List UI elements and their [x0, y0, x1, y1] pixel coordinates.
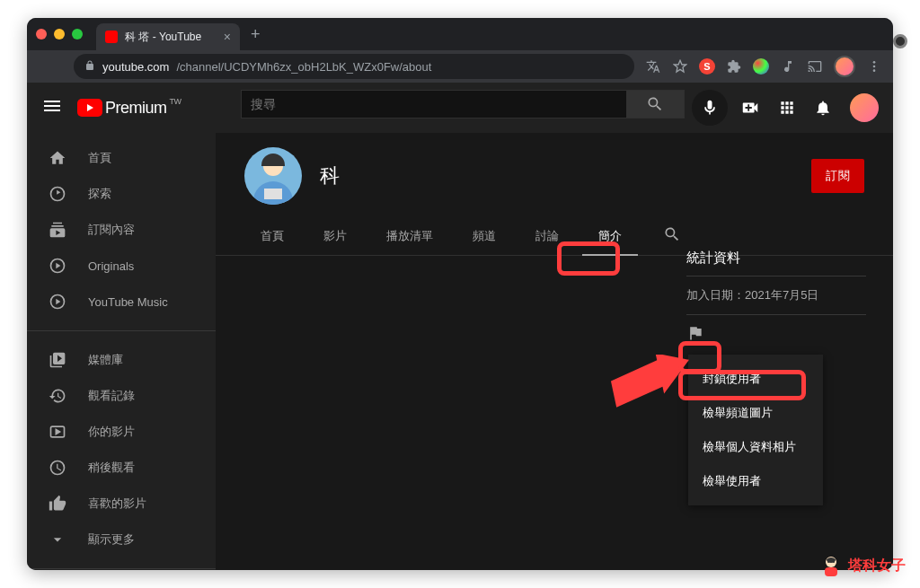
window-maximize-button[interactable] — [72, 29, 83, 39]
sidebar-item-label: 訂閱內容 — [88, 222, 135, 238]
browser-profile-avatar[interactable] — [834, 56, 855, 77]
window-controls — [36, 29, 83, 39]
region-code: TW — [170, 97, 181, 106]
watermark-text: 塔科女子 — [848, 557, 906, 575]
url-host: youtube.com — [102, 60, 169, 74]
search-button[interactable] — [627, 90, 685, 118]
sidebar-item-liked[interactable]: 喜歡的影片 — [27, 486, 216, 522]
stats-panel: 統計資料 加入日期：2021年7月5日 — [686, 250, 866, 354]
extension-s[interactable]: S — [699, 58, 715, 75]
extension-music-icon[interactable] — [780, 58, 796, 75]
sidebar-item-home[interactable]: 首頁 — [27, 140, 216, 176]
extension-puzzle-icon[interactable] — [726, 58, 742, 75]
channel-avatar[interactable] — [244, 147, 302, 205]
youtube-header: Premium TW — [27, 83, 893, 133]
logo-text: Premium — [105, 99, 167, 118]
browser-tab[interactable]: 科 塔 - YouTube × — [96, 23, 240, 50]
tab-title: 科 塔 - YouTube — [125, 30, 201, 45]
sidebar-item-originals[interactable]: Originals — [27, 248, 216, 284]
sidebar-item-label: 觀看記錄 — [88, 388, 135, 404]
extension-color[interactable] — [753, 58, 769, 75]
window-minimize-button[interactable] — [54, 29, 65, 39]
account-avatar[interactable] — [850, 93, 879, 122]
sidebar-item-label: 探索 — [88, 186, 111, 202]
menu-report-profile-photo[interactable]: 檢舉個人資料相片 — [688, 430, 823, 464]
channel-header: 科 訂閱 — [216, 133, 893, 205]
tab-discussion[interactable]: 討論 — [519, 217, 575, 255]
sidebar-item-history[interactable]: 觀看記錄 — [27, 378, 216, 414]
sidebar-item-label: 顯示更多 — [88, 531, 135, 548]
sidebar-item-label: 媒體庫 — [88, 352, 123, 368]
apps-button[interactable] — [778, 99, 796, 117]
translate-icon[interactable] — [645, 58, 661, 75]
url-path: /channel/UCDYMh6zx_obH2LbK_WZx0Fw/about — [176, 60, 431, 74]
create-button[interactable] — [740, 98, 760, 118]
sidebar-item-your-videos[interactable]: 你的影片 — [27, 414, 216, 450]
channel-name: 科 — [320, 162, 340, 189]
watermark: 塔科女子 — [819, 554, 906, 577]
sidebar-item-label: 你的影片 — [88, 424, 135, 440]
svg-point-0 — [873, 61, 876, 64]
guide-menu-button[interactable] — [41, 95, 63, 120]
menu-report-channel-art[interactable]: 檢舉頻道圖片 — [688, 396, 823, 430]
sidebar-item-label: 首頁 — [88, 150, 111, 166]
flag-menu: 封鎖使用者 檢舉頻道圖片 檢舉個人資料相片 檢舉使用者 — [688, 355, 823, 505]
notifications-button[interactable] — [814, 99, 832, 117]
sidebar-item-label: 稍後觀看 — [88, 460, 135, 476]
svg-point-2 — [873, 69, 876, 72]
subscribe-button[interactable]: 訂閱 — [811, 159, 864, 193]
sidebar-item-label: Originals — [88, 259, 134, 273]
youtube-logo[interactable]: Premium TW — [77, 99, 167, 118]
star-icon[interactable] — [672, 58, 688, 75]
tab-close-button[interactable]: × — [224, 30, 231, 44]
cast-icon[interactable] — [807, 58, 823, 75]
sidebar-item-label: YouTube Music — [88, 295, 168, 309]
tab-playlists[interactable]: 播放清單 — [370, 217, 449, 255]
tab-about[interactable]: 簡介 — [582, 217, 638, 255]
sidebar: 首頁 探索 訂閱內容 Originals YouTube Music 媒體庫 — [27, 133, 216, 570]
stats-join-date: 加入日期：2021年7月5日 — [686, 276, 866, 315]
new-tab-button[interactable]: + — [251, 25, 261, 44]
sidebar-item-label: 喜歡的影片 — [88, 496, 146, 512]
sidebar-item-library[interactable]: 媒體庫 — [27, 342, 216, 378]
window-close-button[interactable] — [36, 29, 47, 39]
svg-point-9 — [827, 561, 829, 563]
sidebar-item-music[interactable]: YouTube Music — [27, 284, 216, 320]
svg-point-10 — [833, 561, 835, 563]
sidebar-item-watch-later[interactable]: 稍後觀看 — [27, 450, 216, 486]
tab-favicon — [105, 31, 118, 43]
sidebar-item-show-more[interactable]: 顯示更多 — [27, 522, 216, 557]
flag-button[interactable] — [686, 315, 866, 354]
search-input[interactable] — [241, 90, 627, 118]
browser-tab-bar: 科 塔 - YouTube × + — [27, 18, 893, 50]
sidebar-item-subscriptions[interactable]: 訂閱內容 — [27, 212, 216, 248]
browser-window: 科 塔 - YouTube × + youtube.com/channel/UC… — [27, 18, 893, 570]
tab-channels[interactable]: 頻道 — [456, 217, 512, 255]
tab-videos[interactable]: 影片 — [307, 217, 363, 255]
menu-report-user[interactable]: 檢舉使用者 — [688, 464, 823, 498]
sidebar-item-explore[interactable]: 探索 — [27, 176, 216, 212]
page-indicator — [893, 34, 907, 48]
tab-home[interactable]: 首頁 — [244, 217, 300, 255]
stats-title: 統計資料 — [686, 250, 866, 276]
svg-point-1 — [873, 66, 876, 68]
channel-content: 科 訂閱 首頁 影片 播放清單 頻道 討論 簡介 統計資料 加入日期：2021年… — [216, 133, 893, 570]
browser-menu-icon[interactable] — [866, 58, 882, 75]
watermark-icon — [819, 554, 843, 577]
voice-search-button[interactable] — [692, 90, 728, 126]
address-bar[interactable]: youtube.com/channel/UCDYMh6zx_obH2LbK_WZ… — [74, 54, 634, 79]
browser-toolbar: youtube.com/channel/UCDYMh6zx_obH2LbK_WZ… — [27, 50, 893, 83]
lock-icon — [84, 60, 95, 74]
youtube-play-icon — [77, 99, 102, 117]
svg-rect-8 — [825, 567, 837, 576]
menu-block-user[interactable]: 封鎖使用者 — [688, 362, 823, 396]
channel-search-icon[interactable] — [656, 218, 688, 254]
